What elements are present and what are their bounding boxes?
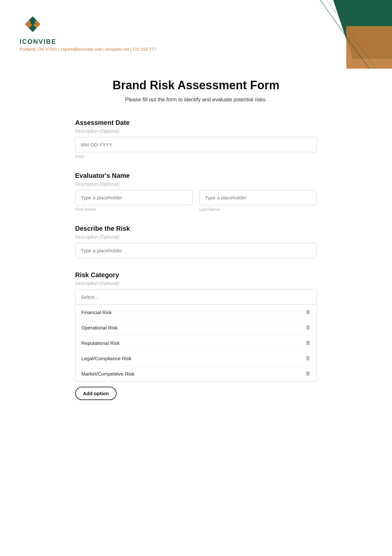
- describe-risk-description: Description (Optional): [75, 234, 317, 240]
- assessment-date-input[interactable]: [75, 137, 317, 152]
- option-label: Financial Risk: [81, 310, 112, 315]
- assessment-date-description: Description (Optional): [75, 128, 317, 134]
- option-item: Reputational Risk 🗑: [75, 335, 317, 351]
- assessment-date-hint: Date: [75, 154, 317, 159]
- header: ICONVIBE Portland, OR 97201 | inquire@ic…: [0, 0, 392, 65]
- option-label: Reputational Risk: [81, 340, 120, 346]
- option-item: Operational Risk 🗑: [75, 320, 317, 335]
- evaluators-name-description: Description (Optional): [75, 181, 317, 187]
- first-name-hint: First Name: [75, 207, 193, 212]
- form-title: Brand Risk Assessment Form: [75, 78, 317, 92]
- option-label: Legal/Compliance Risk: [81, 356, 131, 361]
- option-item: Market/Competitive Risk 🗑: [75, 366, 317, 381]
- delete-option-icon[interactable]: 🗑: [305, 340, 311, 346]
- first-name-col: First Name: [75, 190, 193, 212]
- describe-risk-section: Describe the Risk Description (Optional): [75, 225, 317, 258]
- logo-area: ICONVIBE Portland, OR 97201 | inquire@ic…: [20, 10, 379, 52]
- risk-category-description: Description (Optional): [75, 281, 317, 286]
- add-option-label: Add option: [83, 391, 109, 396]
- option-item: Legal/Compliance Risk 🗑: [75, 351, 317, 366]
- describe-risk-input[interactable]: [75, 243, 317, 258]
- last-name-input[interactable]: [199, 190, 317, 205]
- name-row: First Name Last Name: [75, 190, 317, 212]
- first-name-input[interactable]: [75, 190, 193, 205]
- assessment-date-section: Assessment Date Description (Optional) D…: [75, 119, 317, 159]
- delete-option-icon[interactable]: 🗑: [305, 309, 311, 315]
- option-label: Market/Competitive Risk: [81, 371, 135, 377]
- option-label: Operational Risk: [81, 325, 118, 330]
- options-list: Financial Risk 🗑 Operational Risk 🗑 Repu…: [75, 305, 317, 381]
- risk-category-select[interactable]: [75, 289, 317, 305]
- last-name-col: Last Name: [199, 190, 317, 212]
- company-address: Portland, OR 97201 | inquire@iconvibe.ma…: [20, 47, 156, 52]
- evaluators-name-section: Evaluator's Name Description (Optional) …: [75, 172, 317, 212]
- risk-category-label: Risk Category: [75, 271, 317, 279]
- last-name-hint: Last Name: [199, 207, 317, 212]
- add-option-button[interactable]: Add option: [75, 387, 117, 400]
- evaluators-name-label: Evaluator's Name: [75, 172, 317, 179]
- delete-option-icon[interactable]: 🗑: [305, 371, 311, 377]
- form-subtitle: Please fill out the form to identify and…: [75, 97, 317, 103]
- logo-icon: [20, 10, 46, 36]
- option-item: Financial Risk 🗑: [75, 305, 317, 320]
- describe-risk-label: Describe the Risk: [75, 225, 317, 232]
- risk-category-section: Risk Category Description (Optional) Fin…: [75, 271, 317, 400]
- assessment-date-label: Assessment Date: [75, 119, 317, 126]
- company-name: ICONVIBE: [20, 38, 57, 45]
- delete-option-icon[interactable]: 🗑: [305, 325, 311, 330]
- main-content: Brand Risk Assessment Form Please fill o…: [49, 65, 343, 433]
- delete-option-icon[interactable]: 🗑: [305, 355, 311, 361]
